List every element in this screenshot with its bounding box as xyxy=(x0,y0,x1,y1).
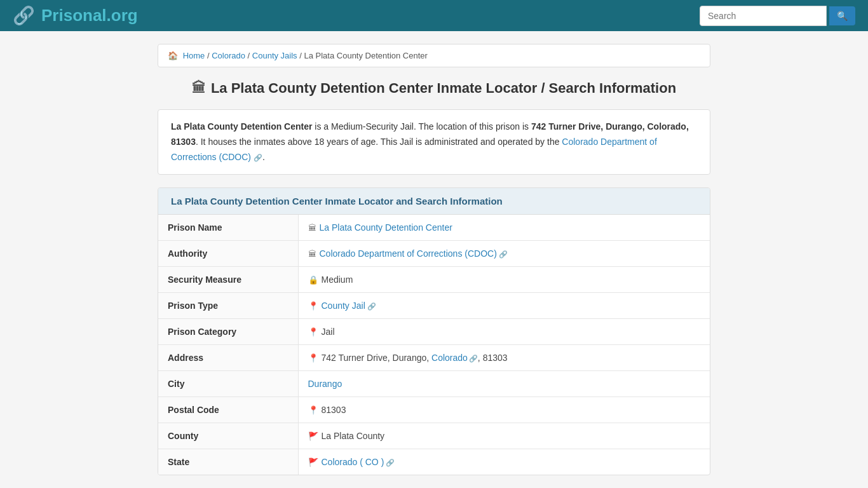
cell-link[interactable]: La Plata County Detention Center xyxy=(320,222,452,233)
table-label: Postal Code xyxy=(158,397,298,423)
description-bold-name: La Plata County Detention Center xyxy=(171,121,312,132)
external-icon: 🔗 xyxy=(499,250,508,258)
description-text1: is a Medium-Security Jail. The location … xyxy=(312,121,531,132)
cell-icon: 📍 xyxy=(308,301,318,311)
table-label: Address xyxy=(158,345,298,371)
search-button[interactable]: 🔍 xyxy=(829,6,855,25)
cell-icon: 🏛 xyxy=(308,249,316,259)
table-label: Authority xyxy=(158,241,298,267)
table-label: State xyxy=(158,449,298,475)
breadcrumb-current: La Plata County Detention Center xyxy=(304,51,427,60)
page-title: 🏛 La Plata County Detention Center Inmat… xyxy=(158,80,710,97)
description-text2: . It houses the inmates above 18 years o… xyxy=(196,137,562,147)
description-text3: . xyxy=(262,152,265,162)
cell-link[interactable]: Colorado ( CO ) xyxy=(322,457,384,467)
table-value: 📍742 Turner Drive, Durango, Colorado🔗, 8… xyxy=(298,345,710,371)
cell-icon: 🚩 xyxy=(308,458,318,467)
search-area: 🔍 xyxy=(700,6,855,26)
breadcrumb-colorado[interactable]: Colorado xyxy=(212,51,245,60)
table-row: Authority🏛Colorado Department of Correct… xyxy=(158,241,710,267)
table-value: 🚩Colorado ( CO )🔗 xyxy=(298,449,710,475)
info-section: La Plata County Detention Center Inmate … xyxy=(158,187,710,475)
breadcrumb: 🏠 Home / Colorado / County Jails / La Pl… xyxy=(158,44,710,67)
breadcrumb-county-jails[interactable]: County Jails xyxy=(252,51,297,60)
logo-area: 🔗 Prisonal.org xyxy=(13,5,138,26)
external-link-icon: 🔗 xyxy=(254,154,262,161)
info-table: Prison Name🏛La Plata County Detention Ce… xyxy=(158,215,710,475)
map-pin-icon: 📍 xyxy=(308,353,318,363)
main-content: 🏠 Home / Colorado / County Jails / La Pl… xyxy=(148,44,720,475)
title-icon: 🏛 xyxy=(192,80,206,97)
table-value: 🏛Colorado Department of Corrections (CDO… xyxy=(298,241,710,267)
table-label: City xyxy=(158,371,298,397)
logo-text-plain: Prisonal xyxy=(41,6,107,25)
state-link[interactable]: Colorado xyxy=(431,353,468,363)
cell-link[interactable]: Colorado Department of Corrections (CDOC… xyxy=(320,248,497,259)
table-row: County🚩La Plata County xyxy=(158,423,710,449)
table-row: Address📍742 Turner Drive, Durango, Color… xyxy=(158,345,710,371)
info-section-header: La Plata County Detention Center Inmate … xyxy=(158,188,710,215)
table-value: Durango xyxy=(298,371,710,397)
cell-link[interactable]: County Jail xyxy=(322,301,365,311)
table-label: Prison Type xyxy=(158,293,298,319)
cell-icon: 📍 xyxy=(308,405,318,415)
table-value: 📍81303 xyxy=(298,397,710,423)
page-title-text: La Plata County Detention Center Inmate … xyxy=(211,80,676,97)
table-label: Security Measure xyxy=(158,267,298,293)
home-icon: 🏠 xyxy=(168,51,178,60)
table-value: 🏛La Plata County Detention Center xyxy=(298,215,710,241)
breadcrumb-home[interactable]: Home xyxy=(183,51,205,60)
table-row: CityDurango xyxy=(158,371,710,397)
cell-icon: 🏛 xyxy=(308,223,316,233)
table-row: State🚩Colorado ( CO )🔗 xyxy=(158,449,710,475)
table-label: Prison Name xyxy=(158,215,298,241)
table-value: 🔒Medium xyxy=(298,267,710,293)
table-value: 📍County Jail🔗 xyxy=(298,293,710,319)
logo-text-accent: .org xyxy=(107,6,138,25)
table-value: 📍Jail xyxy=(298,319,710,345)
site-header: 🔗 Prisonal.org 🔍 xyxy=(0,0,868,31)
cell-link[interactable]: Durango xyxy=(308,379,342,389)
table-row: Postal Code📍81303 xyxy=(158,397,710,423)
chain-icon: 🔗 xyxy=(386,459,395,466)
table-label: Prison Category xyxy=(158,319,298,345)
table-row: Prison Name🏛La Plata County Detention Ce… xyxy=(158,215,710,241)
map-icon: 🔗 xyxy=(469,355,478,362)
chain-icon: 🔗 xyxy=(367,302,376,310)
table-row: Security Measure🔒Medium xyxy=(158,267,710,293)
table-value: 🚩La Plata County xyxy=(298,423,710,449)
table-label: County xyxy=(158,423,298,449)
search-input[interactable] xyxy=(700,6,827,26)
logo-text: Prisonal.org xyxy=(41,6,138,25)
logo-icon: 🔗 xyxy=(13,5,35,26)
cell-icon: 🔒 xyxy=(308,275,318,285)
table-row: Prison Category📍Jail xyxy=(158,319,710,345)
description-block: La Plata County Detention Center is a Me… xyxy=(158,109,710,175)
cell-icon: 📍 xyxy=(308,327,318,337)
cell-icon: 🚩 xyxy=(308,431,318,441)
table-row: Prison Type📍County Jail🔗 xyxy=(158,293,710,319)
